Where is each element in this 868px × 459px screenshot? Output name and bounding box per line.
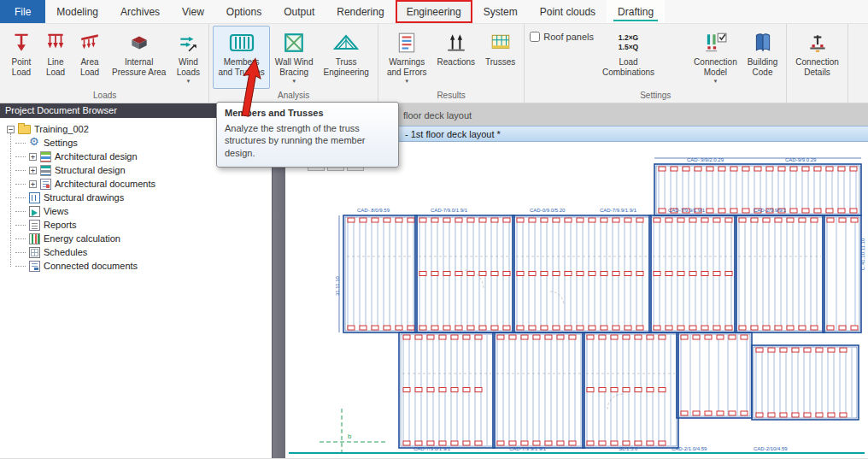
svg-text:31.11.10: 31.11.10 — [335, 275, 340, 296]
roof-panels-checkbox[interactable]: Roof panels — [530, 32, 594, 42]
load-combinations-icon: 1.2×G1.5×Q — [619, 30, 638, 56]
ribbon-button-building-code[interactable]: Building Code — [742, 26, 783, 89]
roof-panels-checkbox-label: Roof panels — [543, 32, 594, 42]
tree-branch-line — [15, 197, 26, 198]
ribbon-button-load-combinations[interactable]: 1.2×G1.5×QLoad Combinations — [597, 26, 660, 89]
tree-branch-line — [15, 252, 26, 253]
collapse-box-icon[interactable]: − — [7, 126, 15, 133]
tab-view[interactable]: View — [171, 0, 215, 23]
warnings-and-errors-icon — [396, 30, 417, 56]
tree-branch-line — [15, 170, 26, 171]
ribbon-button-line-load[interactable]: Line Load — [38, 26, 73, 89]
ribbon-button-truss-engineering[interactable]: Truss Engineering — [319, 26, 374, 89]
ribbon-button-reactions[interactable]: Reactions — [432, 26, 480, 89]
ribbon-button-label: Point Load — [12, 57, 32, 78]
ribbon-button-internal-pressure-area[interactable]: Internal Pressure Area — [107, 26, 171, 89]
ribbon-button-connection-details[interactable]: Connection Details — [790, 26, 844, 89]
ribbon-button-label: Warnings and Errors — [387, 57, 427, 78]
dropdown-arrow-icon: ▼ — [291, 79, 296, 84]
tree-item-schedules[interactable]: Schedules — [5, 245, 272, 259]
tab-archives[interactable]: Archives — [109, 0, 171, 23]
svg-text:CAD-7/9.9/1.9/1: CAD-7/9.9/1.9/1 — [509, 446, 547, 451]
ribbon-group-loads: Point LoadLine LoadArea LoadInternal Pre… — [1, 24, 209, 103]
svg-text:CAD-7/9.0/1.9/1: CAD-7/9.0/1.9/1 — [413, 446, 451, 451]
cad-drawing[interactable]: CAD-.8/0/9.59CAD-7/9.0/1.9/1CAD-0/9.0/5.… — [285, 142, 868, 458]
members-and-trusses-icon — [229, 30, 255, 56]
wall-wind-bracing-icon — [283, 30, 305, 56]
expand-box-icon[interactable]: + — [29, 180, 37, 188]
tab-system[interactable]: System — [472, 0, 529, 23]
connection-model-icon — [703, 30, 727, 56]
tree-item-reports[interactable]: Reports — [5, 218, 272, 232]
tab-point-clouds[interactable]: Point clouds — [529, 0, 607, 23]
area-load-icon — [79, 30, 101, 56]
ribbon-button-area-load[interactable]: Area Load — [73, 26, 107, 89]
ribbon-group-settings: Roof panels1.2×G1.5×QLoad CombinationsCo… — [525, 24, 787, 103]
ribbon-toolbar: Point LoadLine LoadArea LoadInternal Pre… — [0, 24, 868, 103]
tree-item-views[interactable]: Views — [5, 204, 272, 218]
deck-panel — [513, 215, 651, 332]
dropdown-arrow-icon: ▼ — [185, 79, 191, 84]
ribbon-button-trusses[interactable]: Trusses — [480, 26, 520, 89]
tree-item-structural-drawings[interactable]: Structural drawings — [5, 191, 272, 204]
tree-item-energy-calculation[interactable]: Energy calculation — [5, 232, 272, 245]
ribbon-group-misc: Connection Details — [787, 24, 848, 103]
tree-item-label: Architectural design — [55, 151, 138, 162]
tab-engineering[interactable]: Engineering — [396, 0, 472, 23]
tab-modeling[interactable]: Modeling — [45, 0, 109, 23]
connected-docs-icon — [29, 261, 40, 272]
tree-item-label: Connected documents — [44, 261, 138, 271]
tab-rendering[interactable]: Rendering — [326, 0, 395, 23]
tree-item-label: Views — [44, 206, 68, 216]
expand-box-icon[interactable]: + — [29, 167, 37, 174]
ribbon-group-label: Analysis — [213, 90, 374, 103]
reactions-icon — [445, 30, 467, 56]
arch-design-icon — [40, 151, 51, 162]
tree-branch-line — [15, 211, 26, 212]
expand-box-icon[interactable]: + — [29, 153, 37, 161]
ribbon-button-label: Truss Engineering — [324, 57, 369, 78]
document-title: - 1st floor deck layout * — [405, 129, 501, 139]
dropdown-arrow-icon: ▼ — [713, 79, 718, 84]
tab-file[interactable]: File — [0, 0, 45, 23]
ribbon-button-label: Internal Pressure Area — [112, 57, 166, 78]
ribbon-group-label — [790, 90, 844, 103]
drawing-canvas[interactable]: ▤▥▢ CAD-.8/0/9.59CAD-7/9.0/1.9/1CAD-0/9.… — [285, 142, 868, 458]
ribbon-button-label: Building Code — [748, 57, 778, 78]
gear-icon — [29, 138, 40, 149]
application-window: FileModelingArchivesViewOptionsOutputRen… — [0, 0, 868, 459]
tree-item-connected-documents[interactable]: Connected documents — [5, 259, 272, 273]
deck-panel — [415, 215, 514, 332]
ribbon-button-warnings-and-errors[interactable]: Warnings and Errors▼ — [382, 26, 432, 89]
svg-text:CAD-7/9.9/1.9/1: CAD-7/9.9/1.9/1 — [600, 208, 637, 213]
roof-panels-checkbox-input[interactable] — [530, 32, 540, 42]
svg-text:CAD-7/9.0/1.9/1: CAD-7/9.0/1.9/1 — [431, 208, 468, 213]
tree-item-architectural-documents[interactable]: +Architectural documents — [5, 177, 272, 191]
ribbon-button-label: Wall Wind Bracing — [275, 57, 314, 78]
tab-options[interactable]: Options — [215, 0, 273, 23]
tree-item-label: Reports — [44, 220, 77, 230]
internal-pressure-area-icon — [128, 30, 150, 56]
tree-connector-line — [10, 133, 11, 267]
deck-panel — [583, 332, 678, 448]
svg-text:CAD-7/9.9/1.9/1: CAD-7/9.9/1.9/1 — [668, 208, 706, 213]
tab-output[interactable]: Output — [273, 0, 326, 23]
tree-branch-line — [15, 238, 26, 239]
arch-docs-icon — [40, 179, 51, 190]
ribbon-button-connection-model[interactable]: Connection Model▼ — [689, 26, 742, 89]
ribbon-button-wall-wind-bracing[interactable]: Wall Wind Bracing▼ — [270, 26, 319, 89]
menu-bar: FileModelingArchivesViewOptionsOutputRen… — [0, 0, 868, 24]
ribbon-button-wind-loads[interactable]: Wind Loads▼ — [171, 26, 205, 89]
ribbon-group-label: Settings — [528, 90, 783, 103]
ribbon-group-label: Results — [382, 90, 520, 103]
ribbon-button-label: Line Load — [46, 57, 65, 78]
ribbon-button-point-load[interactable]: Point Load — [4, 26, 38, 89]
deck-panel — [752, 345, 859, 420]
ribbon-group-results: Warnings and Errors▼ReactionsTrussesResu… — [378, 24, 525, 103]
svg-text:CAD-0/9.0/5.20: CAD-0/9.0/5.20 — [530, 208, 566, 213]
line-load-icon — [44, 30, 67, 56]
deck-panel — [493, 332, 584, 448]
dropdown-arrow-icon: ▼ — [404, 79, 409, 84]
tab-drafting[interactable]: Drafting — [607, 0, 665, 23]
ribbon-button-label: Connection Model — [694, 57, 737, 78]
